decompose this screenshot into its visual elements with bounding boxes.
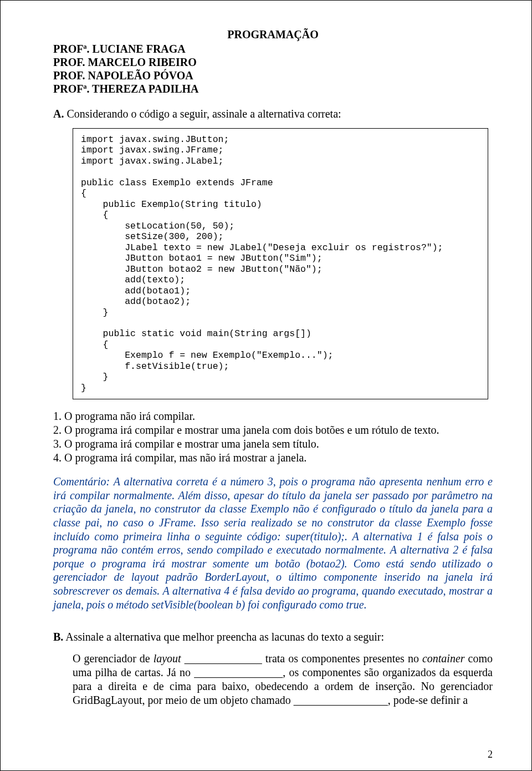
answer-comment: Comentário: A alternativa correta é a nú… xyxy=(53,475,493,611)
option-3: 3. O programa irá compilar e mostrar uma… xyxy=(53,437,493,451)
section-a-intro: A. Considerando o código a seguir, assin… xyxy=(53,108,493,120)
body-italic-2: container xyxy=(422,652,465,665)
section-a-label: A. xyxy=(53,108,64,120)
answer-options: 1. O programa não irá compilar. 2. O pro… xyxy=(53,409,493,465)
section-a-text: Considerando o código a seguir, assinale… xyxy=(64,108,341,120)
professor-line-3: PROF. NAPOLEÃO PÓVOA xyxy=(53,69,493,82)
section-b-body: O gerenciador de layout ______________ t… xyxy=(73,652,493,707)
page-number: 2 xyxy=(488,749,493,760)
code-block: import javax.swing.JButton; import javax… xyxy=(73,128,488,399)
page-title: PROGRAMAÇÃO xyxy=(53,28,493,41)
option-2: 2. O programa irá compilar e mostrar uma… xyxy=(53,423,493,437)
option-1: 1. O programa não irá compilar. xyxy=(53,409,493,423)
section-b-label: B. xyxy=(53,631,63,643)
body-italic-1: layout xyxy=(154,652,181,665)
document-page: PROGRAMAÇÃO PROFª. LUCIANE FRAGA PROF. M… xyxy=(0,0,532,771)
professor-line-4: PROFª. THEREZA PADILHA xyxy=(53,82,493,95)
section-b-intro: B. Assinale a alternativa que melhor pre… xyxy=(53,630,493,644)
body-part-2: ______________ trata os componentes pres… xyxy=(181,652,422,665)
body-part-1: O gerenciador de xyxy=(73,652,154,665)
option-4: 4. O programa irá compilar, mas não irá … xyxy=(53,451,493,465)
section-b-text: Assinale a alternativa que melhor preenc… xyxy=(63,631,384,643)
professor-line-2: PROF. MARCELO RIBEIRO xyxy=(53,55,493,69)
professor-line-1: PROFª. LUCIANE FRAGA xyxy=(53,42,493,55)
